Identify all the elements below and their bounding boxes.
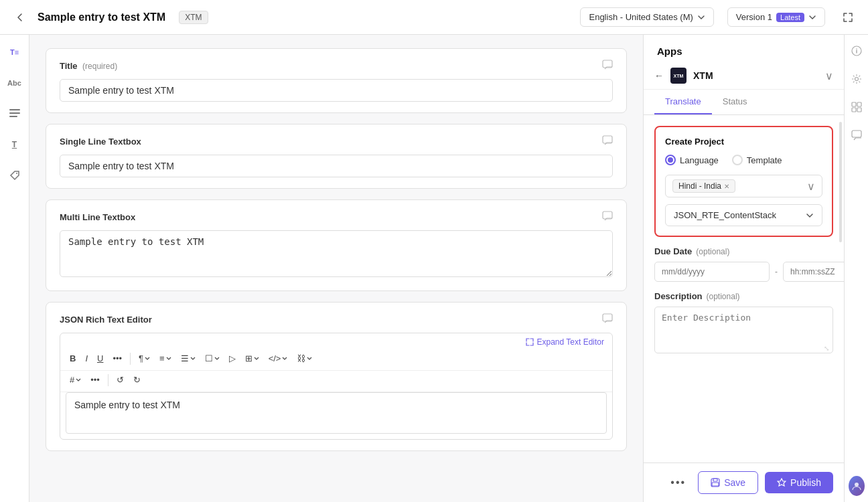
- template-radio[interactable]: Template: [732, 155, 782, 165]
- T-underline-icon[interactable]: T: [5, 135, 24, 154]
- svg-point-3: [16, 173, 17, 174]
- ai-avatar[interactable]: [849, 478, 865, 494]
- xtm-badge: XTM: [179, 11, 208, 24]
- bold-button[interactable]: B: [66, 351, 80, 366]
- description-textarea[interactable]: [654, 307, 833, 353]
- required-label: (required): [82, 62, 117, 71]
- publish-button[interactable]: Publish: [765, 472, 833, 493]
- resize-handle[interactable]: ⤡: [824, 345, 829, 352]
- apps-nav: ← XTM XTM ∨: [644, 62, 844, 90]
- right-panel: Apps ← XTM XTM ∨ Translate Status Create…: [643, 35, 844, 502]
- block-button[interactable]: ☐: [201, 351, 224, 366]
- svg-rect-18: [857, 108, 861, 112]
- text-editor-icon[interactable]: T≡: [5, 43, 24, 62]
- italic-button[interactable]: I: [81, 351, 92, 366]
- info-icon[interactable]: [849, 43, 865, 59]
- single-line-comment-icon[interactable]: [602, 135, 613, 148]
- settings-icon[interactable]: [849, 71, 865, 87]
- version-selector[interactable]: Version 1 Latest: [727, 7, 825, 27]
- more-options-button[interactable]: •••: [665, 474, 691, 491]
- multi-line-field-card: Multi Line Textbox Sample entry to test …: [46, 199, 627, 291]
- content-type-select[interactable]: JSON_RTE_ContentStack: [665, 204, 822, 226]
- date-input[interactable]: [654, 262, 770, 282]
- table-button[interactable]: ⊞: [241, 351, 263, 366]
- undo-button[interactable]: ↺: [113, 372, 128, 388]
- language-radio-dot: [668, 157, 673, 163]
- svg-rect-5: [603, 136, 612, 143]
- transform-icon[interactable]: [849, 99, 865, 115]
- list-button[interactable]: ☰: [177, 351, 200, 366]
- single-line-label: Single Line Textbox: [60, 135, 613, 148]
- translate-tab[interactable]: Translate: [654, 90, 712, 114]
- expand-text-editor-link[interactable]: Expand Text Editor: [526, 337, 604, 347]
- due-date-section: Due Date (optional) -: [654, 246, 833, 282]
- rte-header: Expand Text Editor: [60, 333, 612, 347]
- rte-value: Sample entry to test XTM: [74, 400, 180, 410]
- svg-point-14: [855, 78, 858, 81]
- apps-back-button[interactable]: ←: [654, 70, 664, 81]
- multi-line-textarea[interactable]: Sample entry to test XTM: [60, 230, 613, 277]
- single-line-field-card: Single Line Textbox: [46, 124, 627, 189]
- language-select[interactable]: Hindi - India ✕ ∨: [665, 175, 822, 197]
- time-input[interactable]: [783, 262, 844, 282]
- embed-button[interactable]: ▷: [225, 351, 240, 366]
- rte-content[interactable]: Sample entry to test XTM: [66, 393, 606, 433]
- language-tag: Hindi - India ✕: [672, 179, 735, 193]
- svg-rect-16: [857, 102, 861, 106]
- apps-nav-chevron-icon[interactable]: ∨: [825, 70, 833, 82]
- svg-rect-4: [603, 60, 612, 68]
- single-line-input[interactable]: [60, 155, 613, 177]
- scrollbar[interactable]: [839, 122, 842, 242]
- svg-rect-17: [852, 108, 856, 112]
- title-comment-icon[interactable]: [602, 60, 613, 72]
- lines-icon[interactable]: [5, 104, 24, 123]
- bottom-bar: ••• Save Publish: [644, 463, 844, 502]
- latest-badge: Latest: [776, 13, 804, 22]
- rte-toolbar-row2: # ••• ↺ ↻: [60, 371, 612, 392]
- svg-rect-6: [603, 212, 612, 219]
- locale-selector[interactable]: English - United States (M): [580, 7, 713, 27]
- svg-rect-10: [712, 483, 719, 486]
- redo-button[interactable]: ↻: [129, 372, 145, 388]
- tag-icon[interactable]: [5, 166, 24, 185]
- remove-language-button[interactable]: ✕: [724, 183, 729, 190]
- status-tab[interactable]: Status: [712, 90, 758, 114]
- title-input[interactable]: [60, 79, 613, 102]
- multi-line-comment-icon[interactable]: [602, 211, 613, 224]
- align-button[interactable]: ≡: [155, 351, 175, 366]
- avatar-circle: [849, 476, 865, 496]
- underline-button[interactable]: U: [93, 351, 107, 366]
- language-radio[interactable]: Language: [665, 155, 719, 165]
- save-button[interactable]: Save: [698, 471, 758, 494]
- content-type-chevron-icon: [806, 212, 814, 220]
- main-layout: T≡ Abc T Title (required) Single Line Te…: [0, 35, 868, 502]
- more-button[interactable]: •••: [86, 372, 104, 388]
- more-format-button[interactable]: •••: [108, 351, 126, 366]
- json-rte-label: JSON Rich Text Editor: [60, 313, 613, 326]
- save-icon: [711, 478, 720, 487]
- right-edge: [844, 35, 868, 502]
- date-row: -: [654, 262, 833, 282]
- link-button[interactable]: ⛓: [293, 351, 316, 366]
- back-button[interactable]: [11, 8, 29, 27]
- template-radio-label: Template: [747, 155, 782, 165]
- svg-rect-2: [9, 116, 17, 117]
- language-radio-label: Language: [680, 155, 719, 165]
- json-rte-comment-icon[interactable]: [602, 313, 613, 326]
- panel-tabs: Translate Status: [644, 90, 844, 115]
- language-chevron-icon: ∨: [807, 180, 815, 193]
- date-separator: -: [775, 267, 778, 276]
- title-field-label: Title (required): [60, 60, 613, 72]
- paragraph-button[interactable]: ¶: [135, 351, 154, 366]
- fullscreen-button[interactable]: [839, 8, 857, 27]
- code-button[interactable]: </>: [265, 351, 292, 366]
- main-content: Title (required) Single Line Textbox Mul…: [29, 35, 643, 502]
- abc-icon[interactable]: Abc: [5, 74, 24, 92]
- svg-rect-19: [852, 131, 861, 137]
- template-radio-circle: [732, 155, 743, 165]
- apps-nav-title: XTM: [693, 70, 818, 81]
- comments-icon[interactable]: [849, 127, 865, 143]
- hashtag-button[interactable]: #: [66, 372, 85, 388]
- multi-line-label: Multi Line Textbox: [60, 211, 613, 224]
- svg-rect-7: [603, 314, 612, 321]
